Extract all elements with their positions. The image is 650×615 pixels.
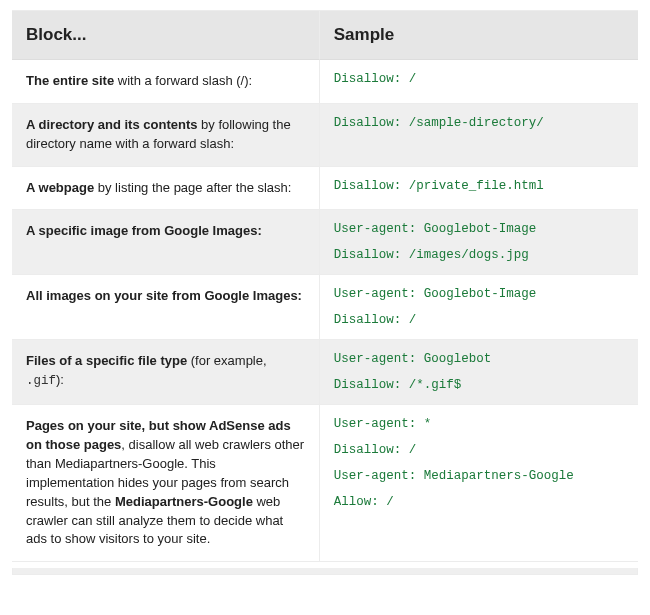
table-header-block: Block... xyxy=(12,11,319,60)
description-text: ): xyxy=(56,372,64,387)
block-description-cell: All images on your site from Google Imag… xyxy=(12,275,319,340)
table-row: The entire site with a forward slash (/)… xyxy=(12,60,638,104)
sample-code-cell: Disallow: / xyxy=(319,60,638,104)
description-bold-text: A specific image from Google Images: xyxy=(26,223,262,238)
sample-code-cell: User-agent: *Disallow: /User-agent: Medi… xyxy=(319,405,638,562)
description-bold-text: A webpage xyxy=(26,180,94,195)
table-body: The entire site with a forward slash (/)… xyxy=(12,60,638,562)
sample-code-line: User-agent: Googlebot-Image xyxy=(334,222,624,236)
sample-code-line: Disallow: /images/dogs.jpg xyxy=(334,248,624,262)
table-row: Pages on your site, but show AdSense ads… xyxy=(12,405,638,562)
sample-code-line: User-agent: * xyxy=(334,417,624,431)
table-row: All images on your site from Google Imag… xyxy=(12,275,638,340)
description-text: by listing the page after the slash: xyxy=(94,180,291,195)
description-text: with a forward slash (/): xyxy=(114,73,252,88)
sample-code-cell: User-agent: GooglebotDisallow: /*.gif$ xyxy=(319,340,638,405)
description-bold-text: A directory and its contents xyxy=(26,117,197,132)
table-row: A specific image from Google Images:User… xyxy=(12,210,638,275)
description-bold-text: Files of a specific file type xyxy=(26,353,187,368)
table-row: Files of a specific file type (for examp… xyxy=(12,340,638,405)
table-header-row: Block... Sample xyxy=(12,11,638,60)
inline-code: .gif xyxy=(26,374,56,388)
table-row: A directory and its contents by followin… xyxy=(12,104,638,167)
block-description-cell: Files of a specific file type (for examp… xyxy=(12,340,319,405)
sample-code-line: Allow: / xyxy=(334,495,624,509)
sample-code-line: User-agent: Googlebot xyxy=(334,352,624,366)
block-description-cell: A webpage by listing the page after the … xyxy=(12,167,319,211)
sample-code-line: Disallow: /*.gif$ xyxy=(334,378,624,392)
table-row: A webpage by listing the page after the … xyxy=(12,167,638,211)
description-bold-text: Mediapartners-Google xyxy=(115,494,253,509)
sample-code-line: User-agent: Googlebot-Image xyxy=(334,287,624,301)
sample-code-line: Disallow: /private_file.html xyxy=(334,179,624,193)
sample-code-line: Disallow: / xyxy=(334,313,624,327)
block-description-cell: Pages on your site, but show AdSense ads… xyxy=(12,405,319,562)
sample-code-line: User-agent: Mediapartners-Google xyxy=(334,469,624,483)
table-footer-bar xyxy=(12,568,638,575)
sample-code-line: Disallow: / xyxy=(334,443,624,457)
page-container: Block... Sample The entire site with a f… xyxy=(0,0,650,585)
description-text: (for example, xyxy=(187,353,266,368)
sample-code-cell: Disallow: /private_file.html xyxy=(319,167,638,211)
sample-code-cell: Disallow: /sample-directory/ xyxy=(319,104,638,167)
description-bold-text: All images on your site from Google Imag… xyxy=(26,288,302,303)
description-bold-text: The entire site xyxy=(26,73,114,88)
block-description-cell: A directory and its contents by followin… xyxy=(12,104,319,167)
table-header-sample: Sample xyxy=(319,11,638,60)
sample-code-cell: User-agent: Googlebot-ImageDisallow: /im… xyxy=(319,210,638,275)
sample-code-line: Disallow: / xyxy=(334,72,624,86)
block-description-cell: The entire site with a forward slash (/)… xyxy=(12,60,319,104)
sample-code-cell: User-agent: Googlebot-ImageDisallow: / xyxy=(319,275,638,340)
sample-code-line: Disallow: /sample-directory/ xyxy=(334,116,624,130)
robots-rules-table: Block... Sample The entire site with a f… xyxy=(12,10,638,562)
block-description-cell: A specific image from Google Images: xyxy=(12,210,319,275)
